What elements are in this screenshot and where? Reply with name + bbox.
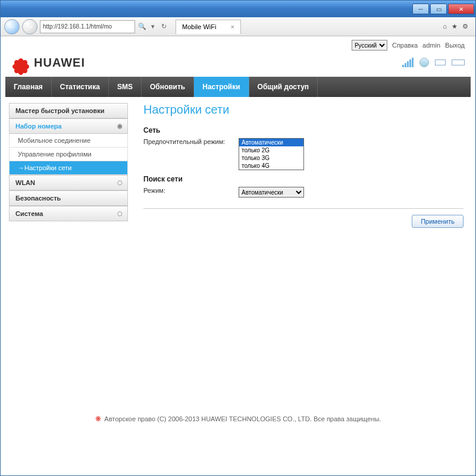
dropdown-icon[interactable]: ▾: [148, 23, 158, 30]
user-label: admin: [422, 42, 440, 49]
language-select[interactable]: Русский: [352, 40, 387, 51]
sidebar-item-label: Набор номера: [15, 123, 62, 130]
home-icon[interactable]: ⌂: [443, 23, 447, 30]
logo: HUAWEI: [11, 53, 85, 72]
browser-toolbar-icons: ⌂ ★ ⚙: [443, 23, 472, 30]
section-search: Поиск сети: [143, 175, 464, 183]
sidebar-item-label: Система: [15, 210, 43, 217]
sidebar-item-wizard[interactable]: Мастер быстрой установки: [9, 103, 128, 118]
content: Настройки сети Сеть Предпочтительный реж…: [140, 103, 467, 400]
chevron-icon: ◌: [117, 210, 123, 217]
row-mode: Режим: Автоматически: [143, 187, 464, 198]
mode-select[interactable]: Автоматически: [239, 187, 304, 198]
nav-settings[interactable]: Настройки: [194, 77, 249, 97]
tools-icon[interactable]: ⚙: [462, 23, 468, 30]
nav-home[interactable]: Главная: [5, 77, 52, 97]
section-network: Сеть: [143, 126, 464, 134]
copyright: Авторское право (C) 2006-2013 HUAWEI TEC…: [104, 415, 381, 422]
back-button[interactable]: ←: [4, 19, 20, 35]
pref-mode-option-auto[interactable]: Автоматически: [239, 139, 303, 146]
nav-stats[interactable]: Статистика: [52, 77, 109, 97]
pref-mode-select[interactable]: Автоматически только 2G только 3G только…: [239, 138, 304, 170]
refresh-icon[interactable]: ↻: [159, 23, 168, 30]
close-button[interactable]: ✕: [448, 4, 474, 14]
wan-icon: [435, 60, 446, 65]
sidebar-sub-network-settings[interactable]: →Настройки сети: [9, 161, 128, 175]
sidebar-item-security[interactable]: Безопасность: [9, 190, 128, 206]
brand-text: HUAWEI: [34, 56, 85, 70]
pref-mode-label: Предпочтительный режим:: [143, 138, 239, 145]
pref-mode-option-4g[interactable]: только 4G: [239, 162, 303, 170]
page-title: Настройки сети: [143, 103, 464, 117]
tab-close-icon[interactable]: ×: [230, 23, 234, 30]
row-preferred-mode: Предпочтительный режим: Автоматически то…: [143, 138, 464, 170]
sidebar-item-label: WLAN: [15, 179, 35, 186]
body: Мастер быстрой установки Набор номера ◉ …: [5, 97, 471, 406]
top-strip: Русский Справка admin Выход: [5, 36, 471, 52]
nav-share[interactable]: Общий доступ: [249, 77, 318, 97]
footer: ❋ Авторское право (C) 2006-2013 HUAWEI T…: [5, 406, 471, 431]
favorites-icon[interactable]: ★: [452, 23, 458, 30]
browser-window: ─ ▭ ✕ ← → http://192.168.1.1/html/mo 🔍 ▾…: [0, 0, 476, 476]
signal-icon: [402, 58, 414, 67]
apply-button[interactable]: Применить: [412, 215, 464, 228]
search-icon[interactable]: 🔍: [137, 23, 147, 30]
browser-tab[interactable]: Mobile WiFi ×: [176, 20, 241, 34]
brand-row: HUAWEI: [5, 52, 471, 77]
huawei-mini-logo-icon: ❋: [95, 415, 101, 423]
tab-title: Mobile WiFi: [182, 23, 216, 30]
help-link[interactable]: Справка: [392, 42, 418, 49]
chevron-icon: ◌: [117, 179, 123, 186]
page-content: Русский Справка admin Выход HUAWEI: [1, 36, 475, 475]
sidebar-item-wlan[interactable]: WLAN ◌: [9, 175, 128, 190]
huawei-logo-icon: [11, 53, 30, 72]
sidebar-item-dialup[interactable]: Набор номера ◉: [9, 118, 128, 134]
minimize-button[interactable]: ─: [412, 4, 429, 14]
pref-mode-option-3g[interactable]: только 3G: [239, 154, 303, 162]
maximize-button[interactable]: ▭: [430, 4, 447, 14]
pref-mode-option-2g[interactable]: только 2G: [239, 146, 303, 154]
sidebar-sub-mobile-connection[interactable]: Мобильное соединение: [9, 134, 128, 148]
sidebar: Мастер быстрой установки Набор номера ◉ …: [9, 103, 128, 400]
forward-button[interactable]: →: [22, 19, 37, 35]
logout-link[interactable]: Выход: [445, 42, 465, 49]
url-field[interactable]: http://192.168.1.1/html/mo: [40, 20, 135, 33]
nav-update[interactable]: Обновить: [142, 77, 194, 97]
apply-row: Применить: [143, 215, 464, 228]
main-nav: Главная Статистика SMS Обновить Настройк…: [5, 77, 471, 97]
globe-icon: [419, 58, 429, 67]
chevron-down-icon: ◉: [117, 123, 123, 129]
divider: [143, 208, 464, 209]
sidebar-sub-profile-mgmt[interactable]: Управление профилями: [9, 148, 128, 161]
address-bar: ← → http://192.168.1.1/html/mo 🔍 ▾ ↻ Mob…: [1, 17, 475, 36]
mode-label: Режим:: [143, 187, 239, 194]
url-controls: 🔍 ▾ ↻: [137, 23, 168, 30]
titlebar: ─ ▭ ✕: [1, 1, 475, 17]
nav-sms[interactable]: SMS: [109, 77, 142, 97]
sidebar-item-system[interactable]: Система ◌: [9, 206, 128, 221]
status-icons: [402, 58, 465, 67]
battery-icon: [452, 60, 465, 65]
